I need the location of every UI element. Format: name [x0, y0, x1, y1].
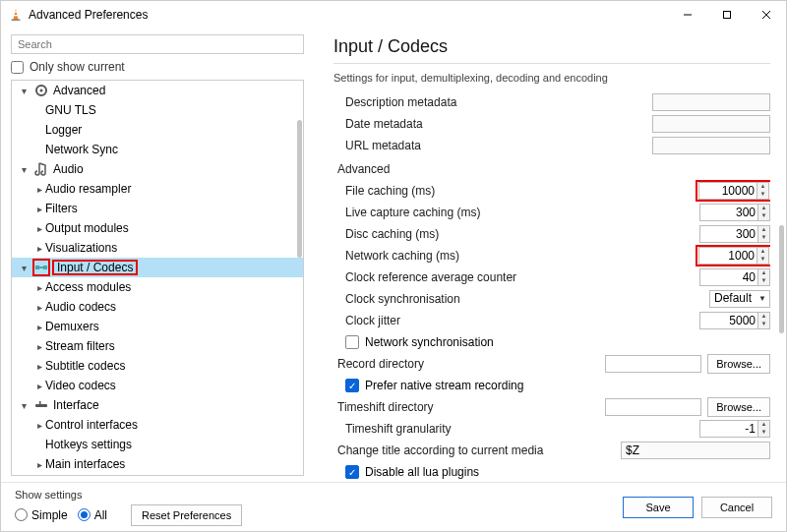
only-show-current[interactable]: Only show current [11, 60, 316, 74]
change-title-input[interactable] [621, 442, 770, 459]
prefer-native-checkbox[interactable]: ✓ [345, 379, 359, 392]
spinner[interactable]: ▲▼ [758, 312, 770, 329]
tree-item-logger[interactable]: Logger [12, 120, 303, 140]
expand-icon[interactable]: ▸ [33, 184, 45, 195]
expand-icon[interactable]: ▸ [33, 381, 45, 391]
browse-timeshift-button[interactable]: Browse... [707, 397, 770, 417]
row-live-caching: Live capture caching (ms)▲▼ [333, 202, 770, 223]
expand-icon[interactable]: ▸ [33, 204, 45, 214]
disc-caching-input[interactable] [699, 225, 758, 243]
disable-lua-checkbox[interactable]: ✓ [345, 465, 359, 479]
expand-icon[interactable]: ▸ [33, 282, 45, 293]
tree-item-audio[interactable]: ▾Audio [12, 159, 303, 179]
file-caching-input[interactable] [698, 182, 757, 200]
tree-item-hotkeys-settings[interactable]: Hotkeys settings [12, 435, 303, 454]
svg-marker-0 [13, 9, 18, 20]
collapse-icon[interactable]: ▾ [18, 164, 30, 175]
tree-item-network-sync[interactable]: Network Sync [12, 140, 303, 159]
expand-icon[interactable]: ▸ [33, 459, 45, 470]
svg-rect-13 [35, 404, 47, 407]
tree-item-audio-resampler[interactable]: ▸Audio resampler [12, 179, 303, 199]
collapse-icon[interactable]: ▾ [18, 263, 30, 273]
spinner[interactable]: ▲▼ [758, 204, 770, 221]
window-title: Advanced Preferences [29, 8, 668, 22]
page-title: Input / Codecs [333, 36, 770, 57]
left-panel: Only show current ▾Advanced GNU TLS Logg… [1, 29, 316, 482]
vlc-cone-icon [9, 8, 23, 22]
expand-icon[interactable]: ▸ [33, 243, 45, 254]
minimize-button[interactable] [668, 1, 707, 29]
tree-item-main-interfaces[interactable]: ▸Main interfaces [12, 454, 303, 474]
tree-item-demuxers[interactable]: ▸Demuxers [12, 317, 303, 336]
browse-record-button[interactable]: Browse... [707, 354, 770, 374]
collapse-icon[interactable]: ▾ [18, 86, 30, 96]
tree-item-subtitle-codecs[interactable]: ▸Subtitle codecs [12, 356, 303, 376]
row-record-directory: Record directoryBrowse... [333, 353, 770, 375]
row-network-sync[interactable]: Network synchronisation [333, 331, 770, 353]
close-button[interactable] [747, 1, 786, 29]
search-input[interactable] [11, 34, 304, 54]
row-timeshift-directory: Timeshift directoryBrowse... [333, 396, 770, 418]
tree-item-input-codecs[interactable]: ▾Input / Codecs [12, 258, 303, 277]
maximize-button[interactable] [707, 1, 747, 29]
tree-item-video-codecs[interactable]: ▸Video codecs [12, 376, 303, 395]
reset-preferences-button[interactable]: Reset Preferences [131, 504, 242, 526]
description-metadata-input[interactable] [652, 93, 770, 111]
row-file-caching: File caching (ms)▲▼ [333, 180, 770, 202]
row-disable-lua[interactable]: ✓Disable all lua plugins [333, 461, 770, 482]
radio-icon [15, 508, 28, 521]
timeshift-directory-input[interactable] [605, 398, 701, 416]
row-clock-sync: Clock synchronisationDefault▼ [333, 288, 770, 310]
network-caching-input[interactable] [698, 247, 757, 265]
tree-item-access-modules[interactable]: ▸Access modules [12, 277, 303, 297]
tree-item-filters[interactable]: ▸Filters [12, 199, 303, 218]
scrollbar-thumb[interactable] [779, 225, 784, 333]
tree-item-output-modules[interactable]: ▸Output modules [12, 218, 303, 238]
radio-all[interactable]: All [78, 508, 107, 522]
spinner[interactable]: ▲▼ [758, 268, 770, 286]
expand-icon[interactable]: ▸ [33, 302, 45, 313]
input-codecs-icon [33, 260, 49, 275]
tree-item-interface[interactable]: ▾Interface [12, 395, 303, 415]
live-caching-input[interactable] [699, 204, 758, 221]
tree-item-audio-codecs[interactable]: ▸Audio codecs [12, 297, 303, 317]
gear-icon [33, 83, 49, 98]
only-show-current-checkbox[interactable] [11, 61, 24, 74]
timeshift-granularity-input[interactable] [699, 420, 758, 438]
expand-icon[interactable]: ▸ [33, 223, 45, 234]
radio-simple[interactable]: Simple [15, 508, 68, 522]
date-metadata-input[interactable] [652, 115, 770, 133]
row-prefer-native[interactable]: ✓Prefer native stream recording [333, 375, 770, 396]
cancel-button[interactable]: Cancel [701, 497, 772, 518]
tree-item-control-interfaces[interactable]: ▸Control interfaces [12, 415, 303, 435]
divider [333, 63, 770, 64]
expand-icon[interactable]: ▸ [33, 420, 45, 431]
row-change-title: Change title according to current media [333, 440, 770, 461]
collapse-icon[interactable]: ▾ [18, 400, 30, 411]
tree-item-visualizations[interactable]: ▸Visualizations [12, 238, 303, 258]
clock-jitter-input[interactable] [699, 312, 758, 329]
clock-sync-select[interactable]: Default▼ [709, 290, 770, 308]
url-metadata-input[interactable] [652, 137, 770, 154]
tree: ▾Advanced GNU TLS Logger Network Sync ▾A… [11, 80, 304, 476]
spinner[interactable]: ▲▼ [757, 247, 769, 265]
network-sync-checkbox[interactable] [345, 335, 359, 349]
row-date-metadata: Date metadata [333, 113, 770, 135]
expand-icon[interactable]: ▸ [33, 341, 45, 352]
save-button[interactable]: Save [623, 497, 694, 518]
record-directory-input[interactable] [605, 355, 701, 373]
settings-panel: Input / Codecs Settings for input, demul… [316, 29, 786, 482]
clock-reference-input[interactable] [699, 268, 758, 286]
expand-icon[interactable]: ▸ [33, 361, 45, 372]
scrollbar-thumb[interactable] [297, 120, 302, 258]
tree-item-gnu-tls[interactable]: GNU TLS [12, 100, 303, 120]
tree-item-stream-filters[interactable]: ▸Stream filters [12, 336, 303, 356]
radio-icon [78, 508, 91, 521]
spinner[interactable]: ▲▼ [758, 420, 770, 438]
expand-icon[interactable]: ▸ [33, 322, 45, 332]
svg-rect-5 [724, 12, 731, 19]
spinner[interactable]: ▲▼ [758, 225, 770, 243]
spinner[interactable]: ▲▼ [757, 182, 769, 200]
tree-item-advanced[interactable]: ▾Advanced [12, 81, 303, 100]
row-clock-jitter: Clock jitter▲▼ [333, 310, 770, 331]
